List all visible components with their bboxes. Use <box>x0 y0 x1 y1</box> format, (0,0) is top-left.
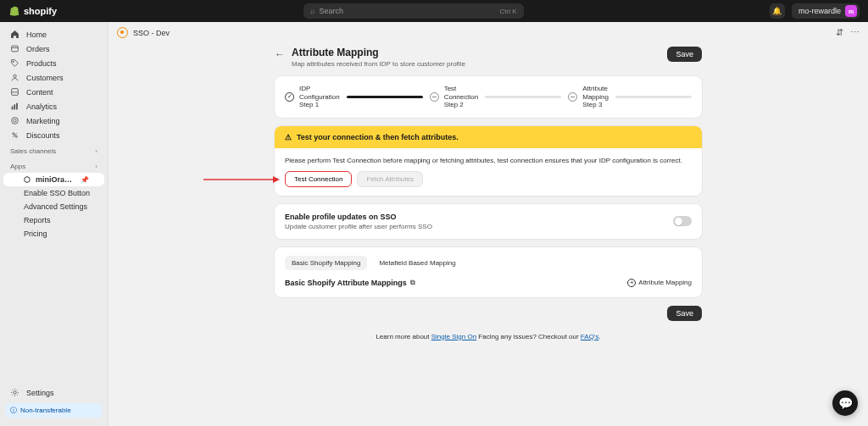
page-subtitle: Map attributes received from IDP to stor… <box>292 60 465 68</box>
brand-text: shopify <box>24 6 57 16</box>
step-pending-icon <box>568 92 577 102</box>
chat-widget[interactable]: 💬 <box>832 390 858 416</box>
apps-header[interactable]: Apps› <box>0 158 108 173</box>
nav-label: Marketing <box>26 117 60 125</box>
step-bar-2 <box>485 96 561 98</box>
avatar: m <box>845 5 857 17</box>
username: mo-rewardle <box>798 7 841 15</box>
save-button[interactable]: Save <box>667 47 702 62</box>
nav-label: Settings <box>26 389 54 397</box>
test-connection-card: ⚠ Test your connection & then fetch attr… <box>275 126 702 196</box>
app-icon <box>117 27 128 38</box>
app-reports[interactable]: Reports <box>0 213 108 227</box>
nav-analytics[interactable]: Analytics <box>0 99 108 113</box>
mapping-card: Basic Shopify Mapping Metafield Based Ma… <box>275 247 702 297</box>
notifications-button[interactable]: 🔔 <box>770 3 785 19</box>
tab-basic-mapping[interactable]: Basic Shopify Mapping <box>285 256 367 270</box>
plus-icon: + <box>627 279 636 287</box>
app-pricing[interactable]: Pricing <box>0 227 108 241</box>
svg-rect-5 <box>14 104 15 109</box>
nav-label: Orders <box>26 45 50 53</box>
more-icon[interactable]: ⋯ <box>850 27 860 38</box>
svg-point-9 <box>13 133 14 135</box>
nav-discounts[interactable]: Discounts <box>0 128 108 142</box>
svg-rect-4 <box>12 107 14 110</box>
search-shortcut: Ctrl K <box>500 8 517 15</box>
search-placeholder: Search <box>320 7 344 15</box>
tab-metafield-mapping[interactable]: Metafield Based Mapping <box>372 256 462 270</box>
svg-point-10 <box>15 136 17 137</box>
search-icon: ⌕ <box>310 7 314 15</box>
pin-icon[interactable]: 📌 <box>81 176 89 184</box>
chevron-right-icon: › <box>95 147 97 155</box>
step-2: TestConnectionStep 2 <box>430 85 478 109</box>
nav-label: Content <box>26 88 53 97</box>
fetch-attributes-button: Fetch Attributes <box>357 171 423 187</box>
breadcrumb: SSO - Dev ⇵ ⋯ <box>108 22 868 43</box>
svg-point-8 <box>14 119 16 122</box>
mapping-section-title: Basic Shopify Attribute Mappings ⧉ <box>285 279 415 287</box>
crumb-app-name[interactable]: SSO - Dev <box>133 29 170 37</box>
chevron-right-icon: › <box>95 163 97 170</box>
main-content: SSO - Dev ⇵ ⋯ ← Attribute Mapping Map at… <box>108 22 868 426</box>
sidebar: Home Orders Products Customers Content A… <box>0 22 108 426</box>
svg-point-1 <box>13 61 14 62</box>
nav-orders[interactable]: Orders <box>0 41 108 56</box>
non-transferable-badge[interactable]: ⓘNon-transferable <box>5 403 103 418</box>
profile-updates-toggle[interactable] <box>673 216 692 226</box>
nav-label: Analytics <box>26 102 57 111</box>
nav-settings[interactable]: Settings <box>0 385 108 400</box>
external-link-icon[interactable]: ⧉ <box>410 279 415 287</box>
svg-point-2 <box>14 75 16 77</box>
toggle-title: Enable profile updates on SSO <box>285 213 432 221</box>
step-bar-3 <box>615 96 692 98</box>
step-3: AttributeMappingStep 3 <box>568 85 609 109</box>
step-1: ✓ IDPConfigurationStep 1 <box>285 85 340 109</box>
step-bar-1 <box>347 96 423 98</box>
nav-marketing[interactable]: Marketing <box>0 113 108 128</box>
back-button[interactable]: ← <box>275 47 285 60</box>
svg-point-7 <box>12 118 19 124</box>
action-icon[interactable]: ⇵ <box>836 27 843 38</box>
user-menu[interactable]: mo-rewardle m <box>792 3 860 19</box>
nav-label: Home <box>26 30 47 39</box>
brand-logo[interactable]: shopify <box>8 5 57 17</box>
page-title: Attribute Mapping <box>292 47 465 58</box>
nav-label: Discounts <box>26 131 60 140</box>
app-enable-sso[interactable]: Enable SSO Button <box>0 186 108 200</box>
nav-label: Customers <box>26 74 64 82</box>
nav-products[interactable]: Products <box>0 56 108 70</box>
profile-toggle-card: Enable profile updates on SSO Update cus… <box>275 204 702 239</box>
sales-channels-header[interactable]: Sales channels› <box>0 142 108 158</box>
warning-icon: ⚠ <box>285 133 292 141</box>
add-attribute-mapping-button[interactable]: + Attribute Mapping <box>627 279 692 287</box>
topbar: shopify ⌕ Search Ctrl K 🔔 mo-rewardle m <box>0 0 868 22</box>
footer-help-text: Learn more about Single Sign On Facing a… <box>275 333 702 340</box>
nav-content[interactable]: Content <box>0 85 108 99</box>
search-input[interactable]: ⌕ Search Ctrl K <box>303 3 524 19</box>
svg-point-11 <box>14 391 16 394</box>
check-icon: ✓ <box>285 92 294 102</box>
app-advanced-settings[interactable]: Advanced Settings <box>0 200 108 213</box>
bell-icon: 🔔 <box>772 7 782 15</box>
toggle-subtitle: Update customer profile after user perfo… <box>285 223 432 230</box>
link-faq[interactable]: FAQ's <box>581 333 599 340</box>
app-miniorange[interactable]: ⬡miniOrange Single Sign📌 <box>3 173 104 186</box>
svg-rect-0 <box>12 46 19 52</box>
steps-card: ✓ IDPConfigurationStep 1 TestConnectionS… <box>275 76 702 118</box>
warning-banner: ⚠ Test your connection & then fetch attr… <box>275 126 702 148</box>
info-icon: ⓘ <box>10 406 17 415</box>
nav-label: Products <box>26 59 57 68</box>
save-button-footer[interactable]: Save <box>667 306 702 321</box>
svg-rect-6 <box>16 103 18 110</box>
chat-icon: 💬 <box>838 396 853 410</box>
link-sso[interactable]: Single Sign On <box>431 333 476 340</box>
step-pending-icon <box>430 92 439 102</box>
page-header: ← Attribute Mapping Map attributes recei… <box>275 43 702 76</box>
nav-customers[interactable]: Customers <box>0 70 108 85</box>
test-connection-button[interactable]: Test Connection <box>285 171 352 187</box>
nav-home[interactable]: Home <box>0 27 108 41</box>
banner-text: Please perform Test Connection before ma… <box>285 157 692 164</box>
